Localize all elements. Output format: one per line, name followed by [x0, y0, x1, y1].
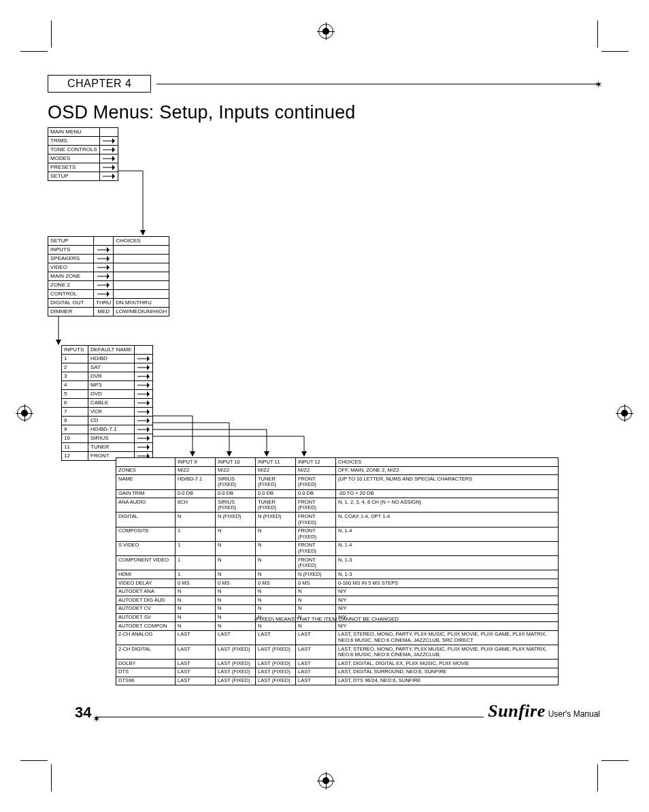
arrow-icon [134, 417, 152, 425]
input-row-number: 8 [62, 417, 88, 425]
arrow-icon [134, 355, 152, 363]
input-row-number: 12 [62, 452, 88, 461]
arrow-icon [134, 434, 152, 443]
arrow-icon [99, 137, 118, 146]
input-row-name: DVD [88, 390, 135, 399]
main-menu-table: MAIN MENUTRIMSTONE CONTROLSMODESPRESETSS… [48, 127, 118, 181]
details-value: LAST (FIXED) [256, 668, 296, 677]
details-value: N [216, 541, 256, 555]
registration-mark-icon [17, 406, 32, 421]
details-value: N [256, 622, 296, 631]
arrow-icon [134, 425, 152, 434]
details-value: LAST [296, 668, 336, 677]
details-value: M/Z2 [296, 466, 336, 475]
setup-menu-item: DIMMER [48, 308, 94, 316]
setup-choice-value [114, 272, 169, 281]
details-value: N [216, 570, 256, 579]
details-param: GAIN TRIM [116, 489, 176, 498]
setup-menu-table: SETUPCHOICESINPUTSSPEAKERSVIDEOMAIN ZONE… [48, 236, 169, 316]
details-choice: N/Y [336, 622, 559, 631]
details-value: 1 [176, 541, 216, 555]
details-param: AUTODET COMPON [116, 622, 176, 631]
arrow-icon [99, 163, 118, 172]
details-value: FRONT (FIXED) [296, 527, 336, 541]
star-icon: ✶ [595, 79, 603, 90]
input-row-number: 1 [62, 355, 88, 363]
details-value: N (FIXED) [256, 513, 296, 527]
details-choice: N/Y [336, 604, 559, 613]
details-param: HDMI [116, 570, 176, 579]
details-choice: 0-160 MS IN 5 MS STEPS [336, 579, 559, 588]
details-value: LAST (FIXED) [256, 645, 296, 660]
crop-mark [20, 760, 48, 761]
details-value: 1 [176, 527, 216, 541]
setup-choice-value [114, 290, 169, 299]
input-row-number: 10 [62, 434, 88, 443]
setup-choice-value: DN MIX/THRU [114, 299, 169, 308]
details-value: SIRIUS (FIXED) [216, 475, 256, 489]
details-value: 0 MS [176, 579, 216, 588]
details-value: LAST (FIXED) [216, 645, 256, 660]
input-row-name: VCR [88, 408, 135, 417]
main-menu-item: MODES [48, 155, 100, 163]
details-value: N [216, 556, 256, 570]
input-row-number: 9 [62, 425, 88, 434]
setup-menu-item: DIGITAL OUT [48, 299, 94, 308]
input-row-number: 5 [62, 390, 88, 399]
details-choice: N/Y [336, 596, 559, 605]
details-value: LAST [296, 645, 336, 660]
details-choice: LAST, STEREO, MONO, PARTY, PLIIX MUSIC, … [336, 645, 559, 660]
input-row-number: 3 [62, 372, 88, 381]
arrow-icon [134, 390, 152, 399]
details-value: LAST (FIXED) [216, 660, 256, 668]
brand-logo: Sunfire [488, 701, 545, 721]
registration-mark-icon [318, 24, 333, 39]
arrow-icon [94, 246, 114, 255]
details-value: 0 MS [216, 579, 256, 588]
details-value: N [296, 604, 336, 613]
details-value: M/Z2 [256, 466, 296, 475]
setup-choice-value [114, 281, 169, 290]
details-param: S VIDEO [116, 541, 176, 555]
input-row-name: SIRIUS [88, 434, 135, 443]
input-details-table: INPUT 9INPUT 10INPUT 11INPUT 12CHOICESZO… [116, 457, 559, 685]
details-value: N [296, 622, 336, 631]
details-param: AUTODET DIG AUD [116, 596, 176, 605]
details-choice: N, 1-4 [336, 541, 559, 555]
menu-flow-diagram: MAIN MENUTRIMSTONE CONTROLSMODESPRESETSS… [48, 127, 600, 617]
setup-mid-value: THRU [94, 299, 114, 308]
setup-choice-value: LOW/MEDIUM/HIGH [114, 308, 169, 316]
details-value: N [216, 596, 256, 605]
details-value: N (FIXED) [216, 513, 256, 527]
arrow-icon [99, 172, 118, 181]
details-value: N [256, 587, 296, 596]
details-choice: N, 1-4 [336, 527, 559, 541]
users-manual-label: User's Manual [548, 709, 600, 719]
arrow-icon [134, 363, 152, 372]
details-value: FRONT (FIXED) [296, 498, 336, 513]
setup-menu-item: CONTROL [48, 290, 94, 299]
input-row-name: CD [88, 417, 135, 425]
inputs-header-a: INPUTS [62, 346, 88, 355]
chapter-label: CHAPTER 4 [48, 75, 151, 93]
main-menu-item: TRIMS [48, 137, 100, 146]
details-param: NAME [116, 475, 176, 489]
details-value: LAST [296, 660, 336, 668]
details-value: LAST [176, 630, 216, 645]
details-value: LAST [296, 630, 336, 645]
details-value: N [296, 587, 336, 596]
details-value: M/Z2 [216, 466, 256, 475]
details-value: N [176, 587, 216, 596]
details-param: AUTODET ANA [116, 587, 176, 596]
setup-choice-value [114, 246, 169, 255]
details-value: 1 [176, 556, 216, 570]
input-row-name: SAT [88, 363, 135, 372]
arrow-icon [94, 255, 114, 263]
details-input-header: INPUT 12 [296, 458, 336, 467]
details-choice: N/Y [336, 587, 559, 596]
details-param: ZONES [116, 466, 176, 475]
details-value: LAST (FIXED) [216, 677, 256, 685]
details-value: LAST [216, 630, 256, 645]
details-value: 0.0 DB [256, 489, 296, 498]
setup-choices-header: CHOICES [114, 237, 169, 246]
